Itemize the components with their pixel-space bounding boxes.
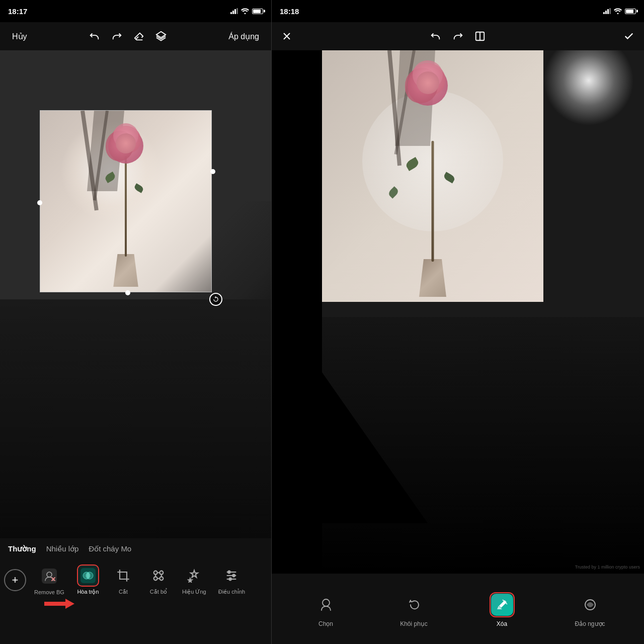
status-icons-left [230, 8, 263, 14]
wifi-icon [241, 8, 249, 14]
blend-mode-burn[interactable]: Đốt cháy Mo [89, 544, 131, 553]
canvas-area-left[interactable] [0, 50, 271, 538]
svg-point-20 [228, 571, 230, 574]
layers-button[interactable] [154, 29, 168, 43]
restore-icon [401, 592, 427, 617]
toolbar-right-right [622, 29, 636, 43]
tool-select[interactable]: Chọn [306, 592, 346, 627]
tool-remove-bg[interactable]: Remove BG [28, 562, 70, 598]
effects-icon [183, 565, 205, 587]
handle-right[interactable] [210, 169, 215, 174]
reverse-icon [578, 592, 603, 617]
redo-button-right[interactable] [451, 29, 465, 43]
watermark: Trusted by 1 million crypto users [575, 565, 640, 570]
tool-reverse-label: Đảo ngược [575, 620, 605, 627]
tool-reverse[interactable]: Đảo ngược [570, 592, 610, 627]
svg-point-27 [323, 599, 330, 606]
svg-rect-1 [42, 569, 57, 584]
confirm-button[interactable] [622, 29, 636, 43]
eraser-tool-button[interactable] [132, 29, 146, 43]
svg-point-21 [233, 575, 235, 577]
status-icons-right [603, 8, 636, 14]
tool-restore[interactable]: Khôi phục [394, 592, 434, 627]
wifi-icon-right [614, 8, 622, 14]
crop-icon [112, 565, 134, 587]
blend-mode-multiply[interactable]: Nhiều lớp [46, 544, 79, 553]
svg-point-8 [87, 573, 90, 579]
undo-button[interactable] [88, 29, 102, 43]
canvas-area-right[interactable]: Trusted by 1 million crypto users [272, 50, 644, 574]
toolbar-right-left [280, 29, 294, 43]
tool-adjust-label: Điều chỉnh [218, 589, 245, 595]
svg-point-12 [159, 577, 163, 580]
cutout-icon [147, 565, 170, 587]
toolbar-left: Hủy [0, 22, 271, 50]
tool-effects[interactable]: Hiệu Ứng [176, 561, 212, 598]
tool-remove-bg-label: Remove BG [34, 589, 64, 595]
status-bar-right: 18:18 [272, 0, 644, 22]
close-button[interactable] [280, 29, 294, 43]
right-panel: 18:18 [272, 0, 644, 644]
time-left: 18:17 [8, 7, 27, 16]
tool-cutout-label: Cắt bổ [150, 589, 167, 595]
photo-layer-right [322, 50, 543, 302]
handle-left[interactable] [37, 200, 42, 205]
svg-point-10 [159, 571, 163, 575]
tool-erase-label: Xóa [497, 620, 507, 627]
status-bar-left: 18:17 [0, 0, 271, 22]
adjust-icon [220, 565, 243, 587]
time-right: 18:18 [280, 7, 299, 16]
rotate-handle[interactable] [209, 293, 222, 306]
select-icon [313, 592, 339, 617]
signal-icon [230, 8, 238, 14]
toolbar-right-center [429, 29, 487, 43]
svg-point-9 [154, 571, 157, 575]
toolbar-right [272, 22, 644, 50]
toolbar-left-actions: Hủy [8, 30, 31, 43]
remove-bg-icon [38, 565, 60, 587]
battery-icon-right [625, 9, 636, 14]
svg-point-22 [229, 578, 232, 581]
right-tools-bar: Chọn Khôi phục [272, 574, 644, 644]
blend-icon [77, 565, 99, 587]
tools-bar-left: + Remove BG [0, 557, 271, 604]
tool-blend[interactable]: Hòa trộn [70, 561, 106, 598]
photo-layer-left[interactable] [40, 111, 211, 292]
svg-point-11 [154, 577, 157, 580]
tool-crop[interactable]: Cắt [106, 561, 141, 598]
left-panel: 18:17 Hủy [0, 0, 272, 644]
undo-button-right[interactable] [429, 29, 443, 43]
tool-adjust[interactable]: Điều chỉnh [212, 561, 251, 598]
blend-modes-bar: Thường Nhiều lớp Đốt cháy Mo [0, 538, 271, 557]
tool-crop-label: Cắt [119, 589, 128, 595]
redo-button[interactable] [110, 29, 124, 43]
erase-icon [490, 592, 515, 617]
cancel-button[interactable]: Hủy [8, 30, 31, 43]
apply-button[interactable]: Áp dụng [224, 30, 263, 43]
battery-icon-left [252, 9, 263, 14]
toolbar-center-actions [88, 29, 168, 43]
tool-cutout[interactable]: Cắt bổ [141, 561, 176, 598]
signal-icon-right [603, 8, 611, 14]
tool-blend-label: Hòa trộn [77, 589, 99, 595]
toolbar-right-actions: Áp dụng [224, 30, 263, 43]
red-arrow-icon [44, 599, 74, 609]
tool-restore-label: Khôi phục [400, 620, 428, 627]
compare-button[interactable] [473, 29, 487, 43]
blend-mode-normal[interactable]: Thường [8, 544, 36, 553]
tool-effects-label: Hiệu Ứng [182, 589, 206, 595]
tool-select-label: Chọn [318, 620, 333, 627]
handle-bottom[interactable] [125, 290, 130, 295]
tool-erase[interactable]: Xóa [482, 592, 522, 627]
arrow-indicator [44, 599, 74, 609]
add-layer-button[interactable]: + [4, 569, 26, 591]
bottom-bar-right: Chọn Khôi phục [272, 574, 644, 644]
bottom-bar-left: Thường Nhiều lớp Đốt cháy Mo + [0, 538, 271, 644]
